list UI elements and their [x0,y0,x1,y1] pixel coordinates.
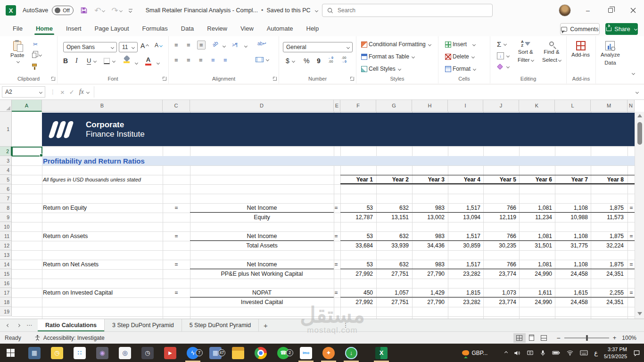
alarms-icon[interactable]: ◷ [51,347,63,359]
value-cell[interactable]: 632 [376,203,412,212]
value-cell[interactable]: 33,684 [340,241,376,250]
row-header[interactable]: 3 [0,156,12,165]
numerator-label-cell[interactable]: Net Income [190,203,334,213]
align-center-button[interactable]: ≡ [187,57,190,63]
paste-button[interactable]: Paste [10,41,24,63]
ribbon-tab[interactable]: Automate [261,22,299,35]
decrease-font-button[interactable]: A [155,42,162,49]
wrap-text-button[interactable]: ab↵ [257,41,267,46]
value-cell[interactable]: 1,615 [555,288,591,297]
year-cell[interactable]: Year 7 [555,175,591,183]
zoom-slider[interactable] [564,337,609,338]
value-cell[interactable]: 632 [376,231,412,240]
merge-center-button[interactable] [256,57,269,62]
close-button[interactable] [622,0,644,21]
store-icon[interactable]: ∷ [74,347,86,359]
value-cell[interactable]: 1,875 [591,260,627,269]
year-cell[interactable]: Year 3 [412,175,448,183]
value-cell[interactable]: 2,255 [591,288,627,297]
file-explorer-icon[interactable] [232,347,244,359]
row-header[interactable]: 7 [0,194,12,203]
expand-formula-bar-icon[interactable] [636,90,639,93]
dialog-launcher-icon[interactable] [163,77,166,81]
align-left-button[interactable]: ≡ [174,57,178,63]
value-cell[interactable]: 766 [484,231,520,240]
redo-button[interactable]: ↷ [111,6,122,16]
row-header[interactable]: 4 [0,165,12,175]
minimize-button[interactable]: – [577,0,599,21]
start-button[interactable] [0,344,21,362]
value-cell[interactable]: 27,751 [376,269,412,279]
value-cell[interactable]: 24,990 [520,297,555,307]
value-cell[interactable]: 1,875 [591,203,627,212]
value-cell[interactable]: 23,774 [484,269,520,279]
value-cell[interactable]: 24,990 [520,269,555,279]
equals-cell[interactable]: = [627,203,636,213]
battery-icon[interactable] [552,350,560,356]
value-cell[interactable]: 27,992 [340,269,376,279]
remote-desktop-icon[interactable]: ▦ 47 [209,347,222,359]
value-cell[interactable]: 632 [376,260,412,269]
value-cell[interactable]: 11,234 [520,213,555,222]
fill-color-button[interactable] [124,56,130,63]
value-cell[interactable]: 53 [340,203,376,212]
middle-align-button[interactable]: ≡ [187,42,190,48]
value-cell[interactable]: 34,436 [412,241,448,250]
bold-button[interactable]: B [63,57,68,65]
display-device-icon[interactable] [527,350,534,356]
value-cell[interactable]: 13,151 [376,213,412,222]
column-header[interactable]: K [519,100,555,112]
value-cell[interactable]: 13,094 [448,213,484,222]
equals-cell[interactable]: = [627,231,636,241]
drag-handle-icon[interactable]: ⋮ [50,89,56,95]
value-cell[interactable]: 10,988 [555,213,591,222]
accessibility-button[interactable]: Accessibility: Investigate [34,335,105,341]
value-cell[interactable]: 24,458 [555,297,591,307]
row-header[interactable]: 19 [0,307,12,316]
value-cell[interactable]: 450 [340,288,376,297]
chevron-down-icon[interactable] [157,61,160,65]
equals-cell[interactable]: = [163,231,190,241]
new-sheet-button[interactable]: + [259,319,272,332]
value-cell[interactable]: 13,002 [412,213,448,222]
column-header[interactable]: D [190,100,334,112]
section-title-band[interactable]: Profitability and Return Ratios [42,156,635,165]
row-header[interactable]: 2 [0,147,12,156]
year-cell[interactable]: Year 6 [520,175,555,183]
clock-app-icon[interactable]: ◷ [141,347,154,359]
clear-button[interactable] [498,65,509,69]
value-cell[interactable]: 766 [484,203,520,212]
accounting-format-button[interactable]: $ [286,57,295,65]
value-cell[interactable]: 11,573 [591,213,627,222]
customize-quick-access-button[interactable] [129,9,132,12]
decrease-indent-button[interactable]: ≡ [211,57,215,63]
value-cell[interactable]: 1,517 [448,231,484,240]
column-header[interactable]: C [163,100,190,112]
value-cell[interactable]: 30,859 [448,241,484,250]
equals-cell[interactable]: = [163,288,190,297]
find-select-button[interactable]: Find & Select [542,40,561,64]
column-header[interactable]: A [12,100,42,112]
value-cell[interactable]: 1,429 [412,288,448,297]
ribbon-tab[interactable]: Review [201,22,233,35]
autosum-button[interactable]: Σ [497,40,506,48]
ribbon-tab[interactable]: View [234,22,260,35]
chevron-down-icon[interactable] [244,44,248,48]
year-cell[interactable]: Year 2 [376,175,412,183]
denominator-label-cell[interactable]: PP&E plus Net Working Capital [190,269,334,279]
column-header[interactable]: B [42,100,163,112]
save-button[interactable] [80,7,88,14]
row-header[interactable]: 6 [0,184,12,194]
value-cell[interactable]: 1,057 [376,288,412,297]
numerator-label-cell[interactable]: NOPAT [190,288,334,297]
value-cell[interactable]: 27,790 [412,269,448,279]
action-center-icon[interactable] [633,350,640,356]
sheet-tab[interactable]: 5 Step DuPont Pyramid [182,319,259,332]
comma-style-button[interactable]: 9 [317,57,321,65]
microphone-icon[interactable] [540,350,546,356]
restore-button[interactable] [600,0,621,21]
value-cell[interactable]: 983 [412,231,448,240]
ratio-name-cell[interactable]: Return on Net Assets [43,260,161,269]
value-cell[interactable]: 53 [340,231,376,240]
value-cell[interactable]: 1,108 [555,231,591,240]
